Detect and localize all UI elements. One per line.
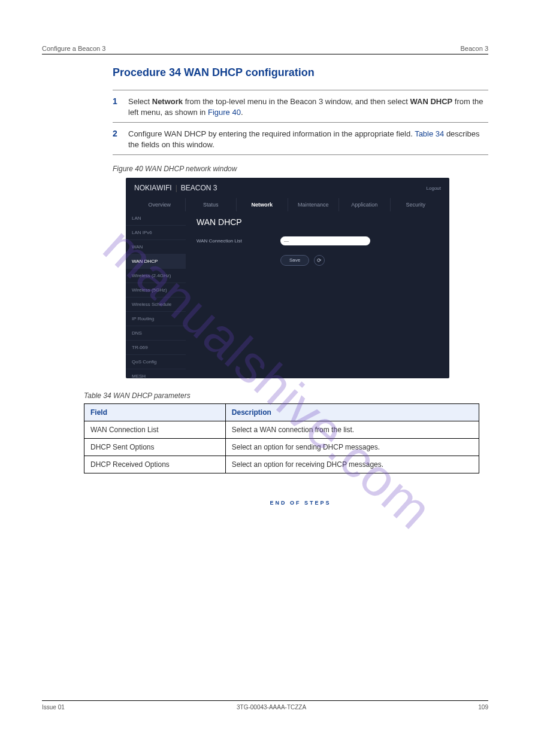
product-name: BEACON 3 xyxy=(181,184,217,192)
step-rule xyxy=(113,122,488,123)
nav-security[interactable]: Security xyxy=(391,198,442,211)
divider-icon: | xyxy=(176,184,177,192)
step-text: Select xyxy=(128,97,152,106)
logout-link[interactable]: Logout xyxy=(427,186,441,191)
sidebar-item-wireless-5[interactable]: Wireless (5GHz) xyxy=(126,283,186,297)
brand-logo: NOKIAWIFI|BEACON 3 xyxy=(134,184,217,192)
sidebar-item-ip-routing[interactable]: IP Routing xyxy=(126,312,186,326)
save-button[interactable]: Save xyxy=(280,255,309,266)
cell-field: DHCP Received Options xyxy=(84,456,226,473)
nav-network[interactable]: Network xyxy=(237,198,288,211)
sidebar-item-tr069[interactable]: TR-069 xyxy=(126,341,186,355)
table-caption: Table 34 WAN DHCP parameters xyxy=(84,391,488,400)
step-number: 1 xyxy=(113,96,128,117)
cell-desc: Select a WAN connection from the list. xyxy=(225,421,479,439)
table-link[interactable]: Table 34 xyxy=(415,129,444,138)
page-header: Configure a Beacon 3 Beacon 3 xyxy=(42,45,488,52)
sidebar-item-qos[interactable]: QoS Config xyxy=(126,355,186,369)
page-title: WAN DHCP xyxy=(197,217,439,227)
params-table: Field Description WAN Connection List Se… xyxy=(84,403,479,473)
step-text: . xyxy=(241,108,243,117)
table-row: DHCP Received Options Select an option f… xyxy=(84,456,479,473)
step-2: 2 Configure WAN DHCP by entering the req… xyxy=(42,129,488,150)
step-rule xyxy=(113,154,488,155)
table-row: DHCP Sent Options Select an option for s… xyxy=(84,439,479,456)
step-body: Select Network from the top-level menu i… xyxy=(128,96,488,117)
sidebar-item-lan[interactable]: LAN xyxy=(126,211,186,226)
menu-ref-network: Network xyxy=(152,97,183,106)
footer-center: 3TG-00043-AAAA-TCZZA xyxy=(237,704,306,711)
cell-desc: Select an option for sending DHCP messag… xyxy=(225,439,479,456)
sidebar-item-wireless-schedule[interactable]: Wireless Schedule xyxy=(126,297,186,312)
procedure-title: Procedure 34 WAN DHCP configuration xyxy=(42,66,488,79)
cell-field: DHCP Sent Options xyxy=(84,439,226,456)
cell-field: WAN Connection List xyxy=(84,421,226,439)
shot-header: NOKIAWIFI|BEACON 3 Logout xyxy=(126,178,449,198)
field-label-wan-conn: WAN Connection List xyxy=(197,238,262,244)
table-row: WAN Connection List Select a WAN connect… xyxy=(84,421,479,439)
sidebar-item-wan-dhcp[interactable]: WAN DHCP xyxy=(126,254,186,269)
sidebar-item-dns[interactable]: DNS xyxy=(126,326,186,341)
step-number: 2 xyxy=(113,129,128,150)
nav-maintenance[interactable]: Maintenance xyxy=(288,198,340,211)
step-1: 1 Select Network from the top-level menu… xyxy=(42,96,488,117)
brand-text: NOKIA xyxy=(134,184,156,192)
brand-suffix: WIFI xyxy=(156,184,171,192)
page-footer: Issue 01 3TG-00043-AAAA-TCZZA 109 xyxy=(42,700,488,711)
top-nav: Overview Status Network Maintenance Appl… xyxy=(126,198,449,211)
menu-ref-wan-dhcp: WAN DHCP xyxy=(410,97,452,106)
nav-status[interactable]: Status xyxy=(186,198,237,211)
figure-caption: Figure 40 WAN DHCP network window xyxy=(113,165,488,173)
wan-connection-select[interactable]: — xyxy=(280,236,370,245)
nav-overview[interactable]: Overview xyxy=(134,198,186,211)
sidebar: LAN LAN IPv6 WAN WAN DHCP Wireless (2.4G… xyxy=(126,211,186,376)
end-of-steps: END OF STEPS xyxy=(113,500,488,506)
footer-left: Issue 01 xyxy=(42,704,65,711)
sidebar-item-mesh[interactable]: MESH xyxy=(126,369,186,378)
th-description: Description xyxy=(225,404,479,421)
sidebar-item-wireless-24[interactable]: Wireless (2.4GHz) xyxy=(126,269,186,283)
step-body: Configure WAN DHCP by entering the requi… xyxy=(128,129,488,150)
refresh-button[interactable]: ⟳ xyxy=(314,255,325,266)
cell-desc: Select an option for receiving DHCP mess… xyxy=(225,456,479,473)
step-rule xyxy=(113,90,488,90)
nav-application[interactable]: Application xyxy=(339,198,391,211)
main-panel: WAN DHCP WAN Connection List — Save ⟳ xyxy=(186,211,449,376)
refresh-icon: ⟳ xyxy=(317,257,322,263)
step-text: from the top-level menu in the Beacon 3 … xyxy=(183,97,410,106)
step-text: Configure WAN DHCP by entering the requi… xyxy=(128,129,415,138)
header-left: Configure a Beacon 3 xyxy=(42,45,105,52)
header-rule xyxy=(42,54,488,54)
footer-right: 109 xyxy=(478,704,488,711)
screenshot-wan-dhcp: NOKIAWIFI|BEACON 3 Logout Overview Statu… xyxy=(126,178,449,378)
header-right: Beacon 3 xyxy=(461,45,488,52)
figure-link[interactable]: Figure 40 xyxy=(208,108,241,117)
sidebar-item-wan[interactable]: WAN xyxy=(126,240,186,254)
th-field: Field xyxy=(84,404,226,421)
sidebar-item-lan-ipv6[interactable]: LAN IPv6 xyxy=(126,226,186,240)
